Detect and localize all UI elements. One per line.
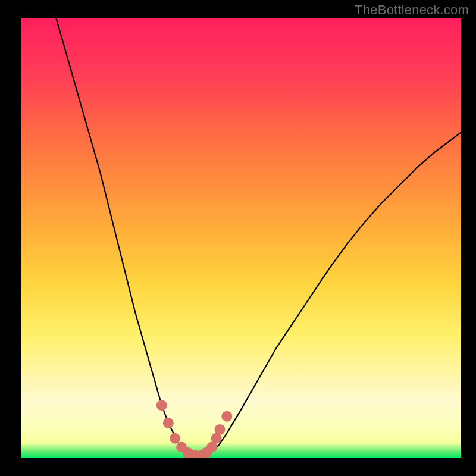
plot-area xyxy=(21,18,461,458)
curve-marker xyxy=(170,433,180,444)
watermark-text: TheBottleneck.com xyxy=(355,2,469,18)
curve-marker xyxy=(156,400,167,411)
bottleneck-curve xyxy=(56,18,461,456)
curve-marker xyxy=(163,418,174,428)
chart-frame: TheBottleneck.com xyxy=(0,0,476,476)
curve-markers xyxy=(156,400,233,458)
curve-marker xyxy=(221,411,232,422)
curve-marker xyxy=(214,424,225,435)
curve-layer xyxy=(21,18,461,458)
